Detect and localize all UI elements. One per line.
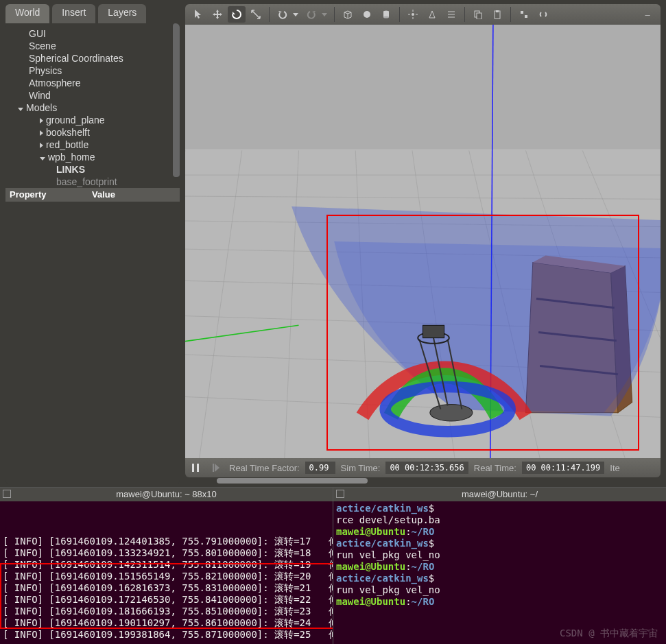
translate-button[interactable] bbox=[209, 6, 226, 23]
copy-button[interactable] bbox=[469, 6, 487, 23]
caret-right-icon bbox=[40, 130, 43, 136]
svg-rect-48 bbox=[192, 464, 194, 472]
terminal-right-title: mawei@Ubuntu: ~/ bbox=[333, 488, 666, 501]
tree-models[interactable]: Models bbox=[10, 102, 177, 114]
step-button[interactable] bbox=[209, 461, 224, 475]
terminal-left[interactable]: mawei@Ubuntu: ~ 88x10 [ INFO] [169146010… bbox=[0, 488, 333, 644]
pause-button[interactable] bbox=[188, 461, 203, 475]
rtf-label: Real Time Factor: bbox=[229, 463, 300, 473]
rotate-button[interactable] bbox=[228, 6, 246, 23]
realtime-value: 00 00:11:47.199 bbox=[522, 462, 604, 474]
log-line: [ INFO] [1691460109.133234921, 755.80100… bbox=[3, 547, 330, 559]
spot-light-button[interactable] bbox=[423, 6, 441, 23]
tree-red-bottle[interactable]: red_bottle bbox=[10, 139, 177, 151]
toolbar-minus[interactable]: – bbox=[639, 6, 656, 23]
redo-button[interactable] bbox=[302, 6, 320, 23]
world-tree: GUI Scene Spherical Coordinates Physics … bbox=[5, 23, 180, 188]
svg-line-21 bbox=[185, 196, 661, 200]
caret-right-icon bbox=[40, 143, 43, 148]
annotation-box-terminal bbox=[0, 563, 333, 629]
svg-rect-18 bbox=[185, 25, 661, 149]
toolbar: – bbox=[185, 4, 661, 25]
undo-button[interactable] bbox=[274, 6, 292, 23]
tree-physics[interactable]: Physics bbox=[10, 64, 177, 77]
tree-base-footprint[interactable]: base_footprint bbox=[10, 176, 177, 188]
tab-insert[interactable]: Insert bbox=[52, 4, 95, 23]
log-line: run vel_pkg vel_no bbox=[336, 584, 663, 596]
status-bar: Real Time Factor: 0.99 Sim Time: 00 00:1… bbox=[185, 458, 661, 477]
log-line: mawei@Ubuntu:~/RO bbox=[336, 526, 663, 538]
svg-rect-15 bbox=[496, 10, 499, 12]
scale-button[interactable] bbox=[247, 6, 265, 23]
property-header: Property Value bbox=[5, 188, 180, 202]
svg-point-0 bbox=[364, 11, 370, 18]
paste-button[interactable] bbox=[488, 6, 506, 23]
caret-down-icon bbox=[40, 157, 45, 160]
tab-world[interactable]: World bbox=[5, 4, 49, 23]
point-light-button[interactable] bbox=[404, 6, 422, 23]
arrow-button[interactable] bbox=[189, 6, 207, 23]
box-button[interactable] bbox=[339, 6, 357, 23]
rtf-value: 0.99 bbox=[305, 462, 335, 474]
tree-wind[interactable]: Wind bbox=[10, 89, 177, 102]
svg-point-4 bbox=[412, 13, 414, 16]
tree-atmosphere[interactable]: Atmosphere bbox=[10, 77, 177, 89]
log-line: mawei@Ubuntu:~/RO bbox=[336, 596, 663, 608]
directional-light-button[interactable] bbox=[442, 6, 460, 23]
redo-dropdown[interactable] bbox=[322, 6, 330, 23]
tree-ground-plane[interactable]: ground_plane bbox=[10, 114, 177, 126]
svg-marker-51 bbox=[215, 464, 219, 472]
tree-scene[interactable]: Scene bbox=[10, 40, 177, 52]
screenshot-button[interactable] bbox=[534, 6, 552, 23]
snap-button[interactable] bbox=[515, 6, 533, 23]
sphere-button[interactable] bbox=[358, 6, 376, 23]
log-line: actice/catkin_ws$ bbox=[336, 503, 663, 514]
svg-rect-17 bbox=[525, 15, 527, 18]
terminal-right[interactable]: mawei@Ubuntu: ~/ actice/catkin_ws$rce de… bbox=[333, 488, 666, 644]
undo-dropdown[interactable] bbox=[293, 6, 301, 23]
svg-rect-12 bbox=[475, 11, 479, 17]
3d-viewport[interactable] bbox=[185, 25, 661, 458]
svg-point-1 bbox=[383, 11, 389, 13]
iterations-label: Ite bbox=[610, 463, 619, 473]
terminal-left-title: mawei@Ubuntu: ~ 88x10 bbox=[0, 488, 333, 501]
tree-gui[interactable]: GUI bbox=[10, 27, 177, 40]
svg-rect-16 bbox=[521, 11, 523, 14]
realtime-label: Real Time: bbox=[474, 463, 516, 473]
svg-rect-14 bbox=[495, 11, 500, 19]
terminal-icon bbox=[3, 490, 11, 498]
svg-point-3 bbox=[383, 16, 389, 19]
caret-down-icon bbox=[18, 108, 23, 111]
log-line: rce devel/setup.ba bbox=[336, 514, 663, 526]
log-line: actice/catkin_ws$ bbox=[336, 573, 663, 584]
watermark: CSDN @ 书中藏着宇宙 bbox=[560, 628, 658, 640]
col-property: Property bbox=[5, 188, 88, 202]
tree-scrollbar[interactable] bbox=[173, 23, 180, 177]
svg-rect-13 bbox=[477, 13, 481, 19]
simtime-value: 00 00:12:35.656 bbox=[385, 462, 468, 474]
caret-right-icon bbox=[40, 118, 43, 123]
log-line: [ INFO] [1691460109.199381864, 755.87100… bbox=[3, 629, 330, 641]
tab-layers[interactable]: Layers bbox=[98, 4, 146, 23]
svg-rect-2 bbox=[383, 12, 389, 17]
status-scrollbar[interactable] bbox=[185, 477, 661, 484]
tree-links[interactable]: LINKS bbox=[10, 163, 177, 176]
tree-spherical[interactable]: Spherical Coordinates bbox=[10, 52, 177, 64]
log-line: run vel_pkg vel_no bbox=[336, 549, 663, 561]
log-line: actice/catkin_ws$ bbox=[336, 538, 663, 549]
col-value: Value bbox=[88, 188, 119, 202]
log-line: mawei@Ubuntu:~/RO bbox=[336, 561, 663, 573]
annotation-box-scene bbox=[326, 215, 639, 451]
log-line: [ INFO] [1691460109.124401385, 755.79100… bbox=[3, 536, 330, 547]
svg-rect-50 bbox=[213, 464, 214, 472]
svg-line-30 bbox=[285, 150, 299, 458]
svg-rect-49 bbox=[197, 464, 199, 472]
tab-bar: World Insert Layers bbox=[5, 4, 180, 23]
simtime-label: Sim Time: bbox=[341, 463, 381, 473]
svg-line-29 bbox=[200, 150, 242, 458]
y-axis bbox=[185, 325, 298, 346]
cylinder-button[interactable] bbox=[377, 6, 395, 23]
tree-wpb-home[interactable]: wpb_home bbox=[10, 151, 177, 163]
terminal-icon bbox=[336, 490, 344, 498]
tree-bookshelft[interactable]: bookshelft bbox=[10, 126, 177, 139]
